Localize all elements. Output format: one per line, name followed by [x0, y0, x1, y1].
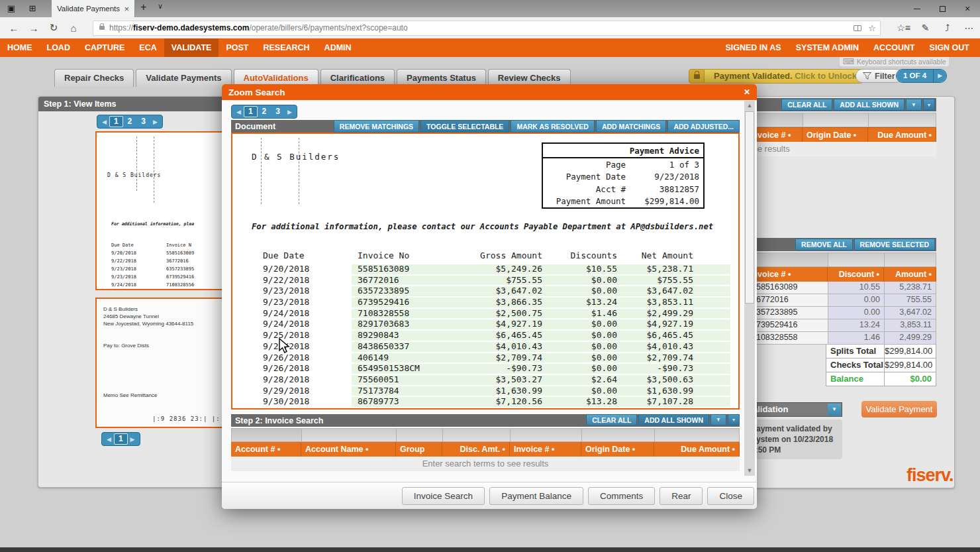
- split-discount[interactable]: 1.46: [828, 332, 884, 345]
- scroll-up-icon[interactable]: ▲: [744, 101, 755, 111]
- back-icon[interactable]: ←: [4, 23, 24, 34]
- filter-cell[interactable]: [828, 252, 884, 267]
- document-invoice-row[interactable]: 9/20/20185585163089$5,249.26$10.55$5,238…: [232, 264, 738, 275]
- page-number[interactable]: 2: [258, 106, 271, 117]
- favorites-hub-icon[interactable]: ☆≡: [893, 23, 914, 33]
- document-invoice-row[interactable]: 9/25/201889290843$6,465.45$0.00$6,465.45: [232, 330, 738, 341]
- split-discount[interactable]: 0.00: [828, 307, 884, 319]
- refresh-icon[interactable]: ↻: [44, 22, 64, 34]
- payment-lock-banner[interactable]: Payment Validated. Click to Unlock: [689, 69, 867, 83]
- sign-out-link[interactable]: SIGN OUT: [930, 43, 969, 52]
- document-invoice-row[interactable]: 9/29/201875173784$1,630.99$0.00$1,630.99: [232, 386, 738, 397]
- nav-item[interactable]: ECA: [132, 38, 164, 57]
- split-amount[interactable]: 3,647.02: [884, 307, 936, 319]
- clear-all-button[interactable]: CLEAR ALL: [781, 99, 832, 111]
- split-amount[interactable]: 3,853.11: [884, 319, 936, 332]
- nav-item[interactable]: VALIDATE: [164, 38, 219, 57]
- nav-item[interactable]: RESEARCH: [256, 38, 317, 57]
- add-all-shown-button[interactable]: ADD ALL SHOWN: [834, 99, 905, 111]
- column-header[interactable]: Origin Date •: [581, 442, 654, 457]
- validate-payment-button[interactable]: Validate Payment: [861, 401, 937, 417]
- column-header[interactable]: Discount •: [828, 267, 884, 282]
- dropdown-arrow-icon[interactable]: ▼: [828, 404, 841, 415]
- document-invoice-row[interactable]: 9/24/20188291703683$4,927.19$0.00$4,927.…: [232, 319, 738, 330]
- document-invoice-row[interactable]: 9/26/2018406149$2,709.74$0.00$2,709.74: [232, 353, 738, 364]
- next-record-icon[interactable]: ▶: [933, 70, 946, 82]
- filter-cell[interactable]: [510, 428, 581, 442]
- check-thumbnail[interactable]: D & S Builders24685 Dewayne TunnelNew Jo…: [95, 298, 234, 428]
- document-invoice-row[interactable]: 9/24/20187108328558$2,500.75$1.46$2,499.…: [232, 308, 738, 319]
- lock-banner-text[interactable]: Payment Validated. Click to Unlock: [705, 69, 867, 83]
- annotate-pen-icon[interactable]: ✎: [914, 23, 936, 33]
- nav-item[interactable]: CAPTURE: [77, 38, 132, 57]
- close-window-button[interactable]: ×: [955, 0, 980, 17]
- column-header[interactable]: Invoice # •: [510, 442, 581, 457]
- document-action-button[interactable]: TOGGLE SELECTABLE: [420, 120, 509, 133]
- filter-funnel-button[interactable]: [906, 99, 922, 111]
- column-header[interactable]: Account # •: [231, 442, 301, 457]
- page-number[interactable]: 1: [114, 433, 128, 445]
- column-header[interactable]: Invoice # •: [746, 267, 828, 282]
- favorite-star-icon[interactable]: ☆: [868, 23, 876, 33]
- nav-item[interactable]: ADMIN: [317, 38, 359, 57]
- page-number[interactable]: 3: [271, 106, 285, 117]
- filter-cell[interactable]: [581, 428, 654, 442]
- account-link[interactable]: ACCOUNT: [873, 43, 915, 52]
- document-invoice-row[interactable]: 9/25/20188438650337$4,010.43$0.00$4,010.…: [232, 341, 738, 353]
- split-amount[interactable]: 5,238.71: [884, 282, 936, 294]
- restore-button[interactable]: [930, 0, 955, 17]
- column-header[interactable]: Due Amount •: [868, 128, 936, 142]
- clear-all-button[interactable]: CLEAR ALL: [586, 414, 637, 425]
- document-invoice-row[interactable]: 10/1/20185194920315$5,558.91$8.58$5,550.…: [232, 408, 738, 410]
- split-discount[interactable]: 13.24: [828, 319, 884, 332]
- browser-tab[interactable]: Validate Payments ×: [52, 0, 135, 17]
- document-thumbnail[interactable]: D & S Builders For additional informatio…: [95, 131, 234, 290]
- remove-selected-button[interactable]: REMOVE SELECTED: [854, 239, 935, 250]
- filter-cell[interactable]: [396, 428, 442, 442]
- column-header[interactable]: Amount •: [884, 267, 936, 282]
- filter-funnel-button[interactable]: [710, 414, 726, 425]
- split-amount[interactable]: 2,499.29: [884, 332, 936, 345]
- prev-page-icon[interactable]: ◀: [99, 119, 109, 125]
- column-header[interactable]: Due Amount •: [654, 442, 740, 457]
- document-invoice-row[interactable]: 9/23/20186357233895$3,647.02$0.00$3,647.…: [232, 286, 738, 297]
- document-invoice-row[interactable]: 9/26/20186549501538CM-$90.73$0.00-$90.73: [232, 363, 738, 374]
- filter-cell[interactable]: [442, 428, 510, 442]
- document-invoice-row[interactable]: 9/28/201875560051$3,503.27$2.64$3,500.63: [232, 374, 738, 386]
- column-header[interactable]: Origin Date •: [803, 128, 868, 142]
- tab-preview-icon[interactable]: ▣: [4, 3, 19, 15]
- splits-row[interactable]: 558516308910.555,238.71: [746, 282, 936, 294]
- prev-page-icon[interactable]: ◀: [234, 109, 244, 115]
- modal-footer-button[interactable]: Comments: [588, 487, 655, 505]
- column-header[interactable]: Account Name •: [301, 442, 396, 457]
- modal-footer-button[interactable]: Payment Balance: [489, 487, 583, 505]
- forward-icon[interactable]: →: [24, 23, 44, 34]
- filter-cell[interactable]: [746, 252, 828, 267]
- page-tab[interactable]: Repair Checks: [54, 69, 134, 87]
- document-action-button[interactable]: REMOVE MATCHINGS: [334, 120, 419, 133]
- splits-row[interactable]: 367720160.00755.55: [746, 294, 936, 307]
- tab-list-chevron-icon[interactable]: ∨: [158, 2, 163, 11]
- nav-item[interactable]: HOME: [0, 38, 40, 57]
- document-action-button[interactable]: MARK AS RESOLVED: [511, 120, 595, 133]
- page-number[interactable]: 2: [123, 116, 137, 127]
- modal-footer-button[interactable]: Rear: [660, 487, 703, 505]
- home-icon[interactable]: ⌂: [64, 23, 83, 34]
- page-tab[interactable]: Validate Payments: [136, 69, 231, 87]
- column-header[interactable]: Group: [396, 442, 442, 457]
- page-number[interactable]: 1: [244, 106, 258, 117]
- more-options-icon[interactable]: ⋯: [958, 23, 980, 33]
- nav-item[interactable]: POST: [219, 38, 256, 57]
- split-amount[interactable]: 755.55: [884, 294, 936, 307]
- page-number[interactable]: 3: [136, 116, 150, 127]
- modal-scrollbar[interactable]: ▲ ▼: [744, 101, 755, 476]
- add-all-shown-button[interactable]: ADD ALL SHOWN: [638, 414, 709, 425]
- modal-close-icon[interactable]: ✕: [744, 87, 750, 97]
- modal-footer-button[interactable]: Invoice Search: [402, 487, 485, 505]
- filter-cell[interactable]: [868, 113, 936, 127]
- remove-all-button[interactable]: REMOVE ALL: [795, 239, 852, 250]
- scrollbar-thumb[interactable]: [745, 111, 754, 304]
- document-viewer[interactable]: D & S Builders Payment Advice Page1 of 3…: [231, 133, 740, 410]
- filter-button[interactable]: Filter: [856, 69, 903, 83]
- record-pager[interactable]: 1 OF 4 ▶: [896, 69, 947, 83]
